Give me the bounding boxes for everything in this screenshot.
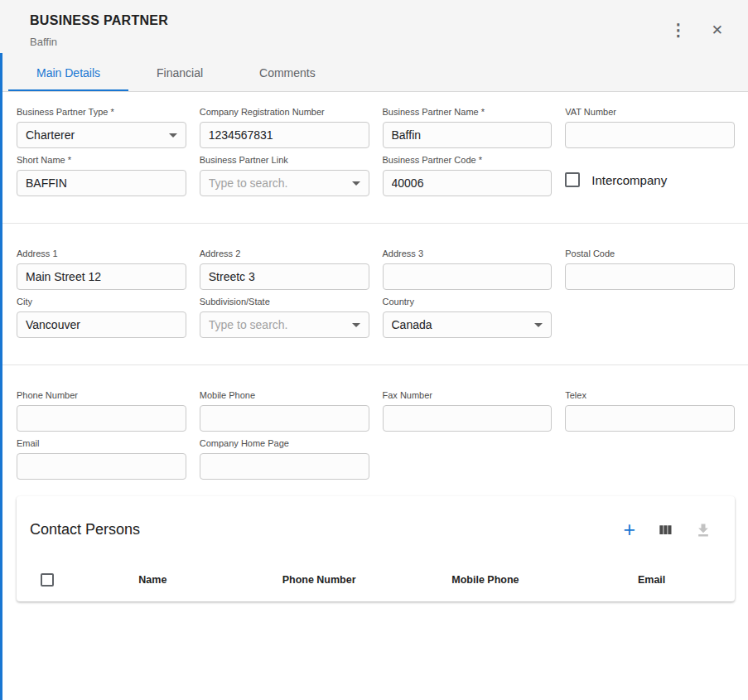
field-label: Subdivision/State [200,297,369,307]
field-email: Email [17,438,186,480]
page-title: BUSINESS PARTNER [30,13,168,28]
contact-persons-card: Contact Persons + Name Phone Number [17,496,735,601]
empty-cell [565,438,735,480]
contact-table-header: Name Phone Number Mobile Phone Email [17,558,735,601]
business-partner-link-input[interactable] [200,170,369,196]
field-label: Short Name * [17,155,186,166]
column-header-name: Name [70,574,236,586]
field-mobile-phone: Mobile Phone [200,390,369,432]
field-label: Company Home Page [200,438,369,449]
business-partner-link-select[interactable] [200,170,369,196]
contact-persons-header: Contact Persons + [17,496,735,558]
field-fax-number: Fax Number [383,390,553,432]
business-partner-code-input[interactable] [383,170,553,196]
field-business-partner-type: Business Partner Type * [17,107,186,148]
contact-persons-title: Contact Persons [30,521,140,538]
field-address-1: Address 1 [17,249,186,290]
panel-header: BUSINESS PARTNER Baffin ⋮ ✕ Main Details… [0,0,748,92]
field-city: City [17,297,186,338]
field-label: Company Registration Number [200,107,369,118]
postal-code-input[interactable] [565,263,735,290]
field-label: Business Partner Type * [17,107,186,118]
field-label: City [17,297,186,307]
field-postal-code: Postal Code [565,249,735,290]
field-business-partner-name: Business Partner Name * [383,107,553,148]
field-business-partner-code: Business Partner Code * [383,155,553,196]
city-input[interactable] [17,311,186,338]
telex-input[interactable] [565,405,735,432]
tab-comments[interactable]: Comments [231,55,344,91]
intercompany-label: Intercompany [591,173,667,187]
header-titles: BUSINESS PARTNER Baffin [30,13,168,48]
email-input[interactable] [17,453,186,480]
company-home-page-input[interactable] [200,453,369,480]
field-subdivision-state: Subdivision/State [200,297,369,338]
business-partner-type-input[interactable] [17,122,186,148]
subdivision-state-input[interactable] [200,311,369,338]
more-options-icon[interactable]: ⋮ [667,18,690,41]
field-address-3: Address 3 [383,249,553,290]
country-input[interactable] [383,311,553,338]
field-label: VAT Number [565,107,735,118]
field-vat-number: VAT Number [565,107,735,148]
field-company-registration-number: Company Registration Number [200,107,369,148]
subdivision-state-select[interactable] [200,311,369,338]
field-label: Fax Number [383,390,553,401]
dropdown-arrow-icon[interactable] [352,323,360,327]
select-all-checkbox[interactable] [41,573,54,587]
column-header-mobile-phone: Mobile Phone [403,574,569,586]
mobile-phone-input[interactable] [200,405,369,432]
tab-financial[interactable]: Financial [128,55,231,91]
add-contact-icon[interactable]: + [620,516,639,543]
company-registration-number-input[interactable] [200,122,369,148]
field-label: Business Partner Code * [383,155,553,166]
field-label: Business Partner Name * [383,107,553,118]
field-short-name: Short Name * [17,155,186,196]
address-section: Address 1 Address 2 Address 3 Postal Cod… [17,249,735,338]
field-telex: Telex [565,390,735,432]
contact-persons-actions: + [620,516,715,543]
field-label: Phone Number [17,390,186,401]
business-partner-panel: BUSINESS PARTNER Baffin ⋮ ✕ Main Details… [0,0,748,700]
short-name-input[interactable] [17,170,186,196]
column-header-email: Email [568,574,735,586]
dropdown-arrow-icon[interactable] [169,133,177,138]
dropdown-arrow-icon[interactable] [534,323,543,327]
business-partner-type-select[interactable] [17,122,186,148]
view-columns-icon[interactable] [654,519,677,542]
select-all-cell [17,573,70,587]
field-label: Mobile Phone [200,390,369,401]
contact-info-section: Phone Number Mobile Phone Fax Number Tel… [17,390,735,480]
page-subtitle: Baffin [30,36,168,48]
left-accent-bar [0,53,2,700]
address-3-input[interactable] [383,263,553,290]
country-select[interactable] [383,311,553,338]
tab-bar: Main Details Financial Comments [0,55,748,91]
field-label: Postal Code [565,249,735,259]
address-2-input[interactable] [200,263,369,290]
field-intercompany: Intercompany [565,155,735,196]
field-label: Email [17,438,186,449]
tab-main-details[interactable]: Main Details [8,55,128,91]
download-icon[interactable] [692,519,715,542]
empty-cell [383,438,553,480]
field-label: Business Partner Link [200,155,369,166]
phone-number-input[interactable] [17,405,186,432]
field-company-home-page: Company Home Page [200,438,369,480]
vat-number-input[interactable] [565,122,735,148]
field-business-partner-link: Business Partner Link [200,155,369,196]
field-label: Country [383,297,553,307]
fax-number-input[interactable] [383,405,553,432]
field-address-2: Address 2 [200,249,369,290]
address-1-input[interactable] [17,263,186,290]
intercompany-checkbox[interactable] [565,172,580,187]
field-label: Telex [565,390,735,401]
main-details-form: Business Partner Type * Company Registra… [0,92,748,601]
section-divider [0,223,748,224]
section-divider [0,364,748,365]
dropdown-arrow-icon[interactable] [352,181,360,186]
close-icon[interactable]: ✕ [708,20,726,41]
field-phone-number: Phone Number [17,390,186,432]
business-partner-name-input[interactable] [383,122,553,148]
field-label: Address 2 [200,249,369,259]
